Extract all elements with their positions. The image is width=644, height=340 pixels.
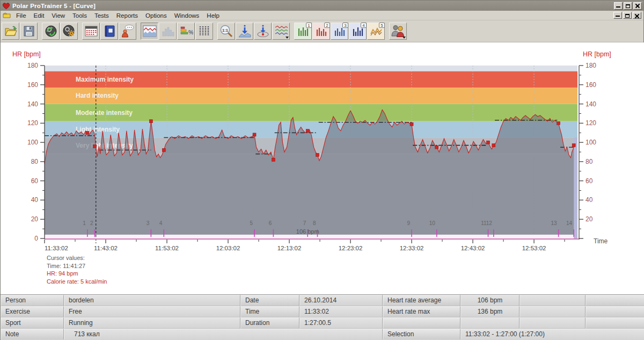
diary-button[interactable] (100, 23, 118, 40)
percent-bars-icon: % (179, 25, 193, 37)
svg-text:HR [bpm]: HR [bpm] (583, 50, 611, 58)
chart-preset-5-button[interactable]: 5 (367, 23, 385, 40)
bar-view-button[interactable] (159, 23, 177, 40)
svg-text:9: 9 (407, 220, 410, 226)
lap-marker-info-icon (255, 24, 270, 38)
svg-text:12:03:02: 12:03:02 (216, 245, 240, 251)
hr-curve-chart[interactable]: Maximum intensityHard intensityModerate … (1, 42, 644, 253)
svg-text:2: 2 (90, 220, 93, 226)
document-window-icon[interactable] (3, 12, 11, 19)
svg-text:120: 120 (27, 119, 38, 127)
exercise-label: Exercise (1, 306, 64, 317)
compare-persons-button[interactable] (389, 23, 407, 40)
chart-preset-1-button[interactable]: 1 (294, 23, 312, 40)
svg-text:Hard intensity: Hard intensity (76, 92, 119, 99)
chart-preset-4-button[interactable]: 4 (349, 23, 367, 40)
chart-2-badge: 2 (324, 23, 330, 28)
svg-text:140: 140 (586, 100, 596, 108)
svg-text:60: 60 (586, 177, 593, 185)
selection-value: 11:33:02 - 1:27:00 (1:27:00) (460, 329, 644, 340)
cursor-hr-value: HR: 94 bpm (47, 270, 107, 278)
sync-arrows-icon (44, 24, 58, 38)
svg-text:%: % (188, 29, 193, 35)
svg-text:12:33:02: 12:33:02 (400, 245, 424, 251)
sync-settings-gear-icon (62, 24, 76, 38)
curve-view-button[interactable] (141, 23, 158, 40)
floppy-disk-icon (23, 25, 35, 38)
exercise-info-table: Person bordelen Date 26.10.2014 Heart ra… (1, 294, 644, 339)
menu-tools[interactable]: Tools (69, 11, 91, 20)
calendar-button[interactable] (82, 23, 100, 40)
sport-label: Sport (1, 317, 64, 329)
svg-text:12: 12 (486, 220, 493, 226)
svg-text:40: 40 (586, 196, 593, 204)
svg-text:11:33:02: 11:33:02 (45, 245, 68, 251)
multi-curves-icon (274, 25, 288, 38)
bar-chart-icon (161, 25, 175, 37)
svg-text:13: 13 (551, 220, 558, 226)
empty-cell (586, 317, 644, 329)
menu-reports[interactable]: Reports (113, 11, 142, 20)
svg-text:8: 8 (313, 220, 316, 226)
polar-heart-logo-icon (2, 2, 10, 10)
svg-text:7: 7 (303, 220, 306, 226)
menu-options[interactable]: Options (142, 11, 171, 20)
sport-value: Running (64, 317, 240, 329)
magnifier-icon: 1:1 (219, 24, 233, 38)
person-notes-button[interactable] (119, 23, 136, 40)
empty-cell (383, 317, 460, 329)
note-value: 713 ккал (64, 329, 383, 340)
person-label: Person (1, 295, 64, 306)
menu-windows[interactable]: Windows (171, 11, 203, 20)
duration-value: 1:27:00.5 (299, 317, 383, 329)
curve-chart-icon (143, 25, 157, 37)
svg-text:12:53:02: 12:53:02 (522, 245, 546, 251)
cursor-time-value: Time: 11:41:27 (47, 262, 107, 270)
percent-view-button[interactable]: % (177, 23, 195, 40)
menu-tests[interactable]: Tests (91, 11, 113, 20)
cursor-calorie-value: Calorie rate: 5 kcal/min (47, 278, 107, 286)
open-exercise-button[interactable] (2, 23, 19, 40)
chart-preset-3-button[interactable]: 3 (331, 23, 348, 40)
child-minimize-button[interactable] (613, 12, 622, 19)
lap-info-button[interactable] (254, 23, 272, 40)
menu-edit[interactable]: Edit (30, 11, 48, 20)
child-restore-button[interactable] (623, 12, 632, 19)
svg-text:11:43:02: 11:43:02 (94, 245, 118, 251)
empty-cell (519, 306, 586, 317)
svg-text:Moderate intensity: Moderate intensity (76, 109, 133, 117)
save-button[interactable] (20, 23, 38, 40)
menu-file[interactable]: File (12, 11, 30, 20)
minimize-button[interactable] (614, 2, 623, 10)
transfer-button[interactable] (42, 23, 60, 40)
chart-preset-2-button[interactable]: 2 (312, 23, 330, 40)
cursor-values-title: Cursor values: (47, 254, 107, 262)
info-arrow-chart-icon (238, 24, 252, 38)
close-button[interactable] (633, 2, 642, 10)
svg-text:0: 0 (34, 235, 38, 242)
hr-average-label: Heart rate average (383, 295, 460, 306)
title-bar: Polar ProTrainer 5 - [Curve] (1, 1, 643, 11)
time-label: Time (240, 306, 299, 317)
svg-text:60: 60 (31, 177, 39, 185)
restore-button[interactable] (624, 2, 632, 10)
menu-view[interactable]: View (48, 11, 69, 20)
select-curves-button[interactable] (272, 23, 290, 40)
transfer-settings-button[interactable] (60, 23, 78, 40)
chart-4-badge: 4 (361, 23, 367, 28)
add-info-button[interactable] (236, 23, 253, 40)
svg-text:120: 120 (586, 119, 596, 127)
svg-text:6: 6 (269, 220, 272, 226)
svg-text:80: 80 (586, 158, 593, 165)
child-close-button[interactable] (633, 12, 641, 19)
zoom-1-1-button[interactable]: 1:1 (217, 23, 235, 40)
svg-text:Time: Time (594, 237, 608, 245)
open-folder-icon (4, 25, 18, 38)
data-grid-button[interactable] (195, 23, 213, 40)
svg-text:3: 3 (147, 220, 150, 226)
chart-1-badge: 1 (306, 23, 312, 28)
menu-help[interactable]: Help (203, 11, 223, 20)
date-value: 26.10.2014 (299, 295, 383, 306)
cursor-values-block: Cursor values: Time: 11:41:27 HR: 94 bpm… (47, 254, 107, 285)
svg-text:12:43:02: 12:43:02 (461, 245, 485, 251)
